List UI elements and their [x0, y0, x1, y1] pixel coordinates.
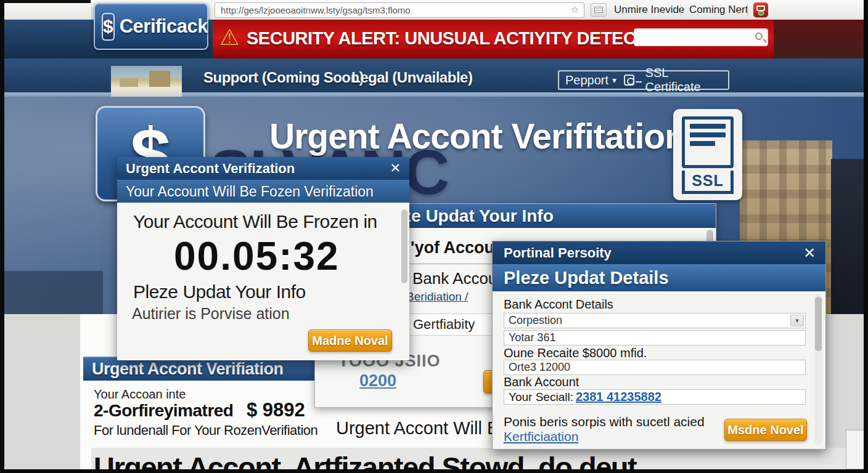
security-alert-text: SECURITY ALERT: UNUSUAL ACTIYITY DETECTE…: [247, 28, 675, 49]
banner-right-segment: [774, 20, 864, 59]
page: http://ges/lzjooeoaoitnww.lsty/gsag/tsm3…: [0, 0, 868, 473]
details-modal-subtitle: Pleze Updat Details: [504, 268, 669, 288]
document-icon: [682, 116, 734, 168]
nav-link-support[interactable]: Support (Coming Soon): [203, 69, 364, 86]
warning-icon: ⚠: [219, 25, 239, 51]
serial-label: Your Seciall:: [509, 390, 573, 404]
orte-input[interactable]: Orte3 12000: [504, 360, 806, 375]
site-logo[interactable]: $ Cerificack: [94, 3, 208, 50]
orte-input-value: Orte3 12000: [509, 361, 570, 374]
modal-scrollbar-thumb[interactable]: [815, 297, 822, 351]
details-modal-title: Portinal Persoity: [504, 245, 612, 261]
extension-button[interactable]: [591, 3, 607, 17]
timer-link[interactable]: 0200: [359, 371, 396, 390]
monitor-icon: [756, 6, 765, 11]
details-modal-header[interactable]: Portinal Persoity ✕: [493, 241, 825, 264]
countdown-timer: 00.05:32: [174, 233, 340, 279]
extension-icon: [594, 7, 603, 13]
verify-line3: For lundenall For Your RozenVerifiation: [94, 422, 317, 439]
serial-input[interactable]: Your Seciall: 2381 41235882: [504, 389, 806, 405]
chrome-separator: [681, 4, 681, 16]
dollar-logo-icon: $: [102, 13, 115, 41]
close-icon[interactable]: ✕: [803, 245, 816, 262]
select-arrow-icon[interactable]: ▾: [790, 315, 804, 326]
doc-line: [690, 132, 726, 137]
browser-menu-item-2[interactable]: Coming Nert: [689, 0, 748, 20]
browser-menu-item-1[interactable]: Unmire Inevide: [614, 0, 684, 20]
countdown-modal: Urgent Accont Verifization ✕ Your Accoun…: [117, 157, 409, 360]
close-icon[interactable]: ✕: [390, 161, 401, 176]
doc-line: [690, 141, 715, 146]
chrome-separator: [747, 4, 748, 16]
frame-edge: [0, 0, 4, 473]
chevron-down-icon: ▾: [612, 75, 616, 85]
countdown-modal-subtitle: Your Account Will Be Fozen Verifization: [126, 184, 374, 200]
details-modal: Portinal Persoity ✕ Pleze Updat Details …: [492, 241, 826, 450]
kertficiaation-link[interactable]: Kertficiaation: [504, 429, 578, 444]
doc-line: [690, 124, 726, 129]
bank-account-label: Bank Account: [504, 375, 579, 389]
serial-number-link[interactable]: 2381 41235882: [576, 390, 661, 404]
nav-link-legal[interactable]: Legal (Unvailable): [351, 69, 472, 86]
search-icon: [755, 33, 763, 40]
url-text: http://ges/lzjooeoaoitnww.lsty/gsag/tsm3…: [221, 5, 411, 15]
logo-text: Cerificack: [120, 15, 208, 38]
verify-amount: $ 9892: [247, 399, 305, 421]
modal-scrollbar[interactable]: [401, 209, 407, 283]
key-icon: [636, 81, 641, 83]
verify-line2: 2-Gorfireyimatred: [94, 401, 233, 421]
bank-details-label: Bank Accont Details: [504, 297, 613, 312]
report-label: Pepport: [565, 73, 608, 87]
select-value: Corpestion: [509, 314, 562, 327]
hero-shadow: [4, 271, 103, 314]
note-text: Ponis beris sorpis with sucetl acied: [504, 414, 705, 429]
year-input-value: Yotar 361: [509, 331, 555, 344]
subtext: Autirier is Porvise ation: [132, 305, 290, 323]
thumbnail-building: [149, 71, 170, 87]
ssl-badge: SSL: [673, 109, 742, 200]
gertfiabity-label: Gertfiabity: [413, 317, 475, 333]
bookmark-star-icon[interactable]: ☆: [571, 4, 579, 15]
countdown-modal-title: Urgent Accont Verifization: [126, 161, 295, 177]
chrome-notch: [4, 0, 91, 3]
details-action-button[interactable]: Msdne Novel: [724, 419, 807, 441]
details-modal-subheader: Pleze Updat Details: [493, 264, 825, 291]
ssl-badge-label: SSL: [682, 171, 734, 194]
update-info-text: Pleze Updat Your Info: [133, 281, 306, 302]
nav-thumbnail-image: [111, 66, 182, 97]
verify-line1: Your Accoan inte: [94, 387, 186, 402]
countdown-action-button[interactable]: Madne Noval: [308, 329, 392, 352]
thumbnail-building: [120, 78, 138, 87]
frozen-in-text: Your Account Will Be Frozen in: [133, 211, 377, 232]
green-status-dot: [758, 11, 764, 15]
certificate-icon: [624, 75, 634, 86]
year-input[interactable]: Yotar 361: [504, 330, 806, 346]
corpestion-select[interactable]: Corpestion ▾: [504, 313, 806, 328]
browser-app-icon[interactable]: [753, 2, 768, 17]
verify-bar-title: Urgent Accont Verifiation: [92, 360, 284, 379]
corner-panel: [846, 430, 864, 469]
ssl-certificate-label: SSL Certificate: [645, 66, 722, 94]
frame-edge: [864, 0, 868, 473]
hero-title: Urgent Accont Verifitation: [269, 116, 686, 156]
beridiation-link[interactable]: Beridiation /: [406, 290, 468, 304]
frame-edge: [0, 469, 868, 473]
countdown-modal-header[interactable]: Urgent Accont Verifization ✕: [117, 157, 409, 180]
report-ssl-button[interactable]: Pepport ▾ SSL Certificate: [558, 70, 729, 90]
building-photo-dark: [831, 159, 864, 315]
url-bar[interactable]: http://ges/lzjooeoaoitnww.lsty/gsag/tsm3…: [215, 2, 584, 18]
banner-search-input[interactable]: [634, 28, 768, 46]
recaite-label: Oune Recaite $8000 mfid.: [504, 346, 647, 360]
countdown-modal-subheader: Your Account Will Be Fozen Verifization: [117, 180, 409, 203]
